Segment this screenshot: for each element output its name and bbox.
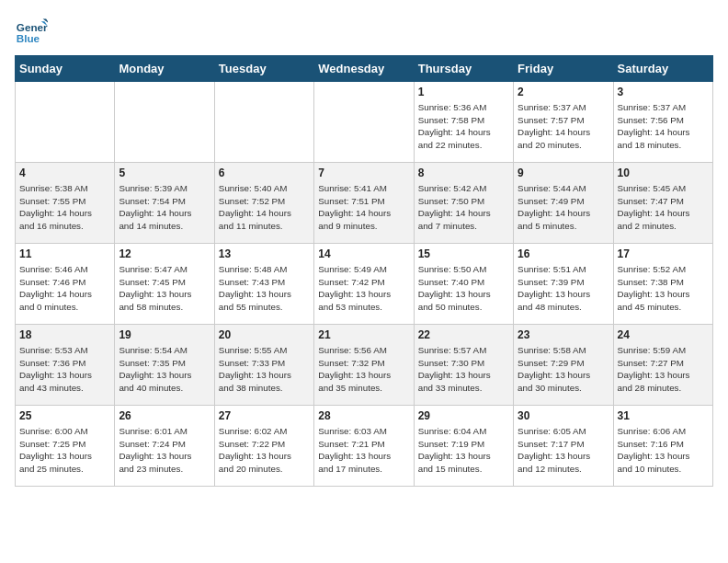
day-number: 14 (318, 247, 409, 260)
day-info: Sunrise: 5:54 AM Sunset: 7:35 PM Dayligh… (119, 344, 210, 395)
calendar-cell: 30Sunrise: 6:05 AM Sunset: 7:17 PM Dayli… (514, 406, 613, 487)
weekday-header-friday: Friday (514, 56, 613, 82)
weekday-header-wednesday: Wednesday (314, 56, 414, 82)
day-number: 1 (418, 86, 509, 98)
calendar-cell: 27Sunrise: 6:02 AM Sunset: 7:22 PM Dayli… (214, 406, 313, 487)
calendar-cell: 8Sunrise: 5:42 AM Sunset: 7:50 PM Daylig… (414, 163, 513, 244)
calendar-cell: 13Sunrise: 5:48 AM Sunset: 7:43 PM Dayli… (214, 244, 313, 325)
calendar-cell: 28Sunrise: 6:03 AM Sunset: 7:21 PM Dayli… (314, 406, 414, 487)
calendar-cell: 5Sunrise: 5:39 AM Sunset: 7:54 PM Daylig… (115, 163, 214, 244)
calendar-cell: 1Sunrise: 5:36 AM Sunset: 7:58 PM Daylig… (414, 82, 513, 163)
calendar-cell: 29Sunrise: 6:04 AM Sunset: 7:19 PM Dayli… (414, 406, 513, 487)
calendar-cell: 12Sunrise: 5:47 AM Sunset: 7:45 PM Dayli… (115, 244, 214, 325)
day-number: 21 (318, 328, 409, 341)
svg-text:Blue: Blue (17, 32, 40, 44)
calendar-cell: 20Sunrise: 5:55 AM Sunset: 7:33 PM Dayli… (214, 325, 313, 406)
calendar-cell: 10Sunrise: 5:45 AM Sunset: 7:47 PM Dayli… (613, 163, 712, 244)
weekday-header-thursday: Thursday (414, 56, 513, 82)
day-info: Sunrise: 5:36 AM Sunset: 7:58 PM Dayligh… (418, 101, 509, 152)
day-info: Sunrise: 6:01 AM Sunset: 7:24 PM Dayligh… (119, 425, 210, 476)
calendar-cell: 25Sunrise: 6:00 AM Sunset: 7:25 PM Dayli… (16, 406, 115, 487)
calendar-cell: 17Sunrise: 5:52 AM Sunset: 7:38 PM Dayli… (613, 244, 712, 325)
day-info: Sunrise: 5:44 AM Sunset: 7:49 PM Dayligh… (518, 182, 609, 233)
day-info: Sunrise: 5:42 AM Sunset: 7:50 PM Dayligh… (418, 182, 509, 233)
day-number: 19 (119, 328, 210, 341)
day-number: 24 (618, 328, 709, 341)
day-info: Sunrise: 5:59 AM Sunset: 7:27 PM Dayligh… (618, 344, 709, 395)
calendar-cell (214, 82, 313, 163)
day-number: 5 (119, 167, 210, 179)
day-number: 23 (518, 328, 609, 341)
calendar-cell: 4Sunrise: 5:38 AM Sunset: 7:55 PM Daylig… (16, 163, 115, 244)
calendar-cell: 3Sunrise: 5:37 AM Sunset: 7:56 PM Daylig… (613, 82, 712, 163)
day-number: 6 (219, 167, 310, 179)
day-number: 18 (19, 328, 110, 341)
day-info: Sunrise: 5:37 AM Sunset: 7:56 PM Dayligh… (618, 101, 709, 152)
day-number: 4 (19, 167, 110, 179)
logo: General Blue (15, 15, 51, 48)
calendar-cell: 26Sunrise: 6:01 AM Sunset: 7:24 PM Dayli… (115, 406, 214, 487)
day-info: Sunrise: 6:05 AM Sunset: 7:17 PM Dayligh… (518, 425, 609, 476)
day-info: Sunrise: 5:38 AM Sunset: 7:55 PM Dayligh… (19, 182, 110, 233)
day-info: Sunrise: 5:50 AM Sunset: 7:40 PM Dayligh… (418, 263, 509, 314)
calendar-cell: 7Sunrise: 5:41 AM Sunset: 7:51 PM Daylig… (314, 163, 414, 244)
day-info: Sunrise: 5:52 AM Sunset: 7:38 PM Dayligh… (618, 263, 709, 314)
day-number: 10 (618, 167, 709, 179)
day-number: 8 (418, 167, 509, 179)
day-info: Sunrise: 5:39 AM Sunset: 7:54 PM Dayligh… (119, 182, 210, 233)
day-info: Sunrise: 5:37 AM Sunset: 7:57 PM Dayligh… (518, 101, 609, 152)
day-info: Sunrise: 5:55 AM Sunset: 7:33 PM Dayligh… (219, 344, 310, 395)
calendar-cell: 31Sunrise: 6:06 AM Sunset: 7:16 PM Dayli… (613, 406, 712, 487)
weekday-header-tuesday: Tuesday (214, 56, 313, 82)
day-info: Sunrise: 5:56 AM Sunset: 7:32 PM Dayligh… (318, 344, 409, 395)
calendar-cell: 24Sunrise: 5:59 AM Sunset: 7:27 PM Dayli… (613, 325, 712, 406)
day-number: 29 (418, 409, 509, 422)
day-number: 30 (518, 409, 609, 422)
calendar-cell: 6Sunrise: 5:40 AM Sunset: 7:52 PM Daylig… (214, 163, 313, 244)
day-number: 9 (518, 167, 609, 179)
day-info: Sunrise: 6:04 AM Sunset: 7:19 PM Dayligh… (418, 425, 509, 476)
day-info: Sunrise: 5:40 AM Sunset: 7:52 PM Dayligh… (219, 182, 310, 233)
calendar-cell: 11Sunrise: 5:46 AM Sunset: 7:46 PM Dayli… (16, 244, 115, 325)
day-number: 7 (318, 167, 409, 179)
day-info: Sunrise: 5:49 AM Sunset: 7:42 PM Dayligh… (318, 263, 409, 314)
weekday-header-sunday: Sunday (16, 56, 115, 82)
calendar-cell: 18Sunrise: 5:53 AM Sunset: 7:36 PM Dayli… (16, 325, 115, 406)
day-number: 17 (618, 247, 709, 260)
day-number: 26 (119, 409, 210, 422)
calendar-cell: 15Sunrise: 5:50 AM Sunset: 7:40 PM Dayli… (414, 244, 513, 325)
weekday-header-monday: Monday (115, 56, 214, 82)
day-number: 12 (119, 247, 210, 260)
calendar-cell: 2Sunrise: 5:37 AM Sunset: 7:57 PM Daylig… (514, 82, 613, 163)
day-info: Sunrise: 5:47 AM Sunset: 7:45 PM Dayligh… (119, 263, 210, 314)
day-info: Sunrise: 5:58 AM Sunset: 7:29 PM Dayligh… (518, 344, 609, 395)
calendar-table: SundayMondayTuesdayWednesdayThursdayFrid… (15, 55, 713, 487)
calendar-cell: 16Sunrise: 5:51 AM Sunset: 7:39 PM Dayli… (514, 244, 613, 325)
day-info: Sunrise: 5:53 AM Sunset: 7:36 PM Dayligh… (19, 344, 110, 395)
day-info: Sunrise: 5:45 AM Sunset: 7:47 PM Dayligh… (618, 182, 709, 233)
day-number: 13 (219, 247, 310, 260)
calendar-cell: 21Sunrise: 5:56 AM Sunset: 7:32 PM Dayli… (314, 325, 414, 406)
calendar-cell (115, 82, 214, 163)
day-info: Sunrise: 6:00 AM Sunset: 7:25 PM Dayligh… (19, 425, 110, 476)
calendar-cell: 23Sunrise: 5:58 AM Sunset: 7:29 PM Dayli… (514, 325, 613, 406)
day-number: 20 (219, 328, 310, 341)
page-header: General Blue (15, 15, 713, 48)
day-number: 3 (618, 86, 709, 98)
day-number: 22 (418, 328, 509, 341)
calendar-cell: 19Sunrise: 5:54 AM Sunset: 7:35 PM Dayli… (115, 325, 214, 406)
calendar-cell: 9Sunrise: 5:44 AM Sunset: 7:49 PM Daylig… (514, 163, 613, 244)
day-info: Sunrise: 5:48 AM Sunset: 7:43 PM Dayligh… (219, 263, 310, 314)
day-number: 31 (618, 409, 709, 422)
calendar-cell (16, 82, 115, 163)
calendar-cell (314, 82, 414, 163)
day-number: 15 (418, 247, 509, 260)
day-info: Sunrise: 5:51 AM Sunset: 7:39 PM Dayligh… (518, 263, 609, 314)
weekday-header-saturday: Saturday (613, 56, 712, 82)
day-info: Sunrise: 6:02 AM Sunset: 7:22 PM Dayligh… (219, 425, 310, 476)
day-info: Sunrise: 6:03 AM Sunset: 7:21 PM Dayligh… (318, 425, 409, 476)
logo-icon: General Blue (15, 15, 48, 48)
day-info: Sunrise: 5:57 AM Sunset: 7:30 PM Dayligh… (418, 344, 509, 395)
day-number: 2 (518, 86, 609, 98)
day-number: 25 (19, 409, 110, 422)
